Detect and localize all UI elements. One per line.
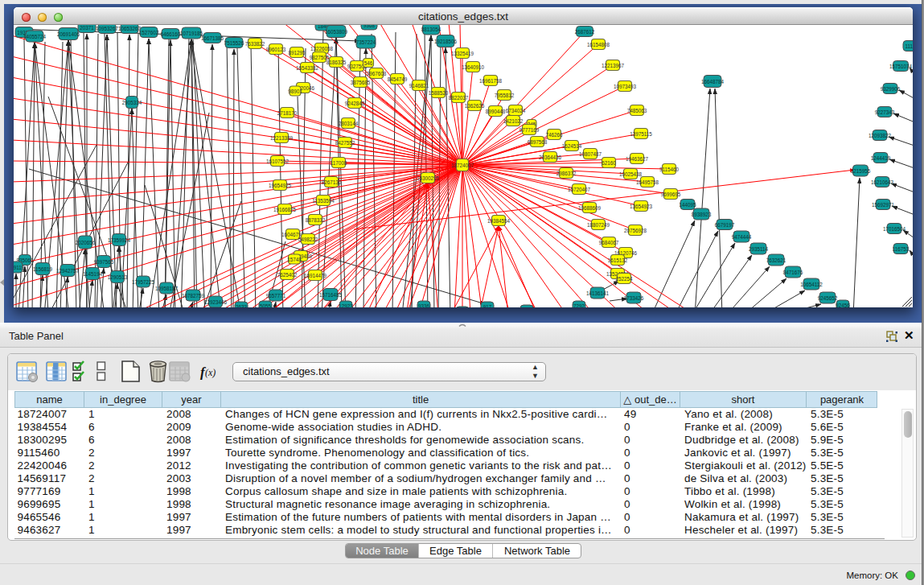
svg-text:20371: 20371: [80, 25, 94, 31]
svg-text:17957225: 17957225: [132, 279, 155, 285]
svg-text:16495758: 16495758: [636, 179, 659, 185]
svg-text:9245652: 9245652: [818, 295, 838, 301]
svg-text:8215955: 8215955: [851, 168, 871, 174]
svg-text:16543382: 16543382: [296, 65, 319, 71]
svg-text:917: 917: [483, 304, 492, 308]
svg-text:9329906: 9329906: [881, 86, 901, 92]
svg-text:2967608: 2967608: [367, 71, 387, 76]
svg-text:8938923: 8938923: [692, 212, 712, 217]
svg-text:(x): (x): [205, 367, 216, 378]
svg-text:9242848: 9242848: [345, 101, 365, 106]
svg-text:9336: 9336: [418, 303, 430, 308]
svg-text:9684067: 9684067: [599, 240, 619, 245]
svg-text:2803144: 2803144: [339, 121, 359, 126]
svg-text:6679197: 6679197: [715, 222, 735, 228]
svg-text:7292: 7292: [573, 303, 585, 308]
svg-text:13975115: 13975115: [630, 131, 652, 137]
svg-text:3875685: 3875685: [351, 80, 371, 85]
svg-text:9777169: 9777169: [519, 127, 540, 133]
svg-text:1145194: 1145194: [83, 271, 103, 277]
svg-text:16782759: 16782759: [182, 293, 205, 299]
svg-text:98901: 98901: [288, 89, 302, 94]
svg-text:11353594: 11353594: [312, 198, 335, 204]
svg-text:13325419: 13325419: [451, 51, 474, 56]
svg-text:10653267: 10653267: [118, 26, 142, 31]
svg-text:15692971: 15692971: [872, 202, 895, 208]
svg-text:19218506: 19218506: [434, 39, 458, 44]
svg-text:1362625: 1362625: [465, 103, 485, 109]
svg-text:92456: 92456: [836, 303, 850, 308]
svg-text:16107552: 16107552: [266, 159, 290, 164]
svg-text:20756928: 20756928: [624, 228, 647, 233]
svg-text:12093822: 12093822: [869, 133, 892, 138]
svg-text:12213967: 12213967: [602, 63, 625, 68]
svg-text:8186325: 8186325: [326, 60, 347, 65]
svg-text:891295: 891295: [288, 50, 306, 56]
svg-text:1615132: 1615132: [608, 257, 628, 263]
svg-text:8990448: 8990448: [486, 109, 506, 114]
svg-text:8427552: 8427552: [335, 140, 355, 146]
svg-text:9227343: 9227343: [875, 109, 895, 115]
svg-text:12213389: 12213389: [270, 135, 294, 141]
svg-text:10654112: 10654112: [800, 282, 823, 287]
svg-text:18724007: 18724007: [451, 163, 474, 168]
svg-text:7632621: 7632621: [766, 257, 786, 263]
svg-text:20364436: 20364436: [539, 154, 562, 160]
svg-text:16154808: 16154808: [587, 42, 610, 47]
svg-text:1624514: 1624514: [562, 143, 582, 149]
svg-text:15716485: 15716485: [319, 292, 343, 298]
svg-text:546: 546: [364, 60, 373, 66]
svg-text:8267130: 8267130: [322, 179, 342, 185]
svg-text:10958187: 10958187: [155, 286, 179, 291]
svg-text:10719185: 10719185: [180, 31, 203, 36]
svg-text:1588520: 1588520: [429, 90, 449, 96]
svg-text:7515526: 7515526: [224, 40, 244, 46]
svg-text:13640910: 13640910: [462, 64, 485, 70]
svg-text:2986372: 2986372: [556, 171, 577, 176]
svg-text:252254: 252254: [615, 276, 633, 282]
svg-text:2935114: 2935114: [749, 246, 769, 252]
svg-text:1421022: 1421022: [503, 118, 524, 124]
svg-text:7625402: 7625402: [277, 272, 298, 278]
svg-text:117008: 117008: [331, 160, 347, 166]
svg-text:16914479: 16914479: [304, 273, 327, 278]
svg-text:20691406: 20691406: [57, 31, 80, 37]
svg-text:18807249: 18807249: [587, 222, 610, 228]
svg-text:17359924: 17359924: [108, 237, 131, 243]
svg-text:5498222: 5498222: [298, 237, 318, 242]
svg-text:10953267: 10953267: [96, 26, 119, 31]
svg-text:6734024: 6734024: [506, 108, 526, 113]
svg-text:10973493: 10973493: [614, 84, 637, 89]
svg-text:10807487: 10807487: [579, 151, 602, 157]
svg-text:9960123: 9960123: [266, 47, 286, 52]
svg-text:14136141: 14136141: [586, 290, 610, 296]
svg-text:9699695: 9699695: [661, 192, 681, 197]
svg-text:2633: 2633: [236, 304, 248, 308]
svg-text:15720407: 15720407: [568, 187, 591, 192]
svg-text:9657771: 9657771: [266, 293, 286, 299]
svg-text:9397565: 9397565: [94, 259, 114, 265]
svg-text:19654925: 19654925: [269, 183, 292, 188]
svg-text:7357224: 7357224: [356, 39, 376, 45]
svg-text:1733426: 1733426: [624, 295, 644, 301]
svg-text:19166825: 19166825: [273, 207, 297, 212]
svg-text:12923: 12923: [339, 303, 353, 308]
svg-text:5055: 5055: [260, 303, 272, 308]
svg-text:14055724: 14055724: [23, 34, 47, 39]
svg-text:19463627: 19463627: [626, 156, 649, 162]
svg-text:12942757: 12942757: [56, 268, 80, 274]
svg-text:9368: 9368: [363, 25, 376, 28]
svg-text:16671385: 16671385: [201, 35, 224, 41]
svg-text:10025438: 10025438: [619, 171, 643, 177]
svg-text:62160: 62160: [602, 160, 616, 166]
svg-text:8813054: 8813054: [421, 27, 441, 32]
svg-text:1290513: 1290513: [108, 274, 128, 280]
svg-text:15748: 15748: [287, 257, 302, 262]
svg-text:8878332: 8878332: [306, 217, 326, 223]
svg-text:16053809: 16053809: [325, 29, 348, 35]
svg-text:2718170: 2718170: [277, 110, 298, 116]
svg-text:6466160: 6466160: [161, 31, 181, 37]
svg-text:2020656: 2020656: [76, 240, 96, 245]
svg-text:8471676: 8471676: [783, 270, 803, 275]
svg-text:746266: 746266: [545, 132, 563, 138]
